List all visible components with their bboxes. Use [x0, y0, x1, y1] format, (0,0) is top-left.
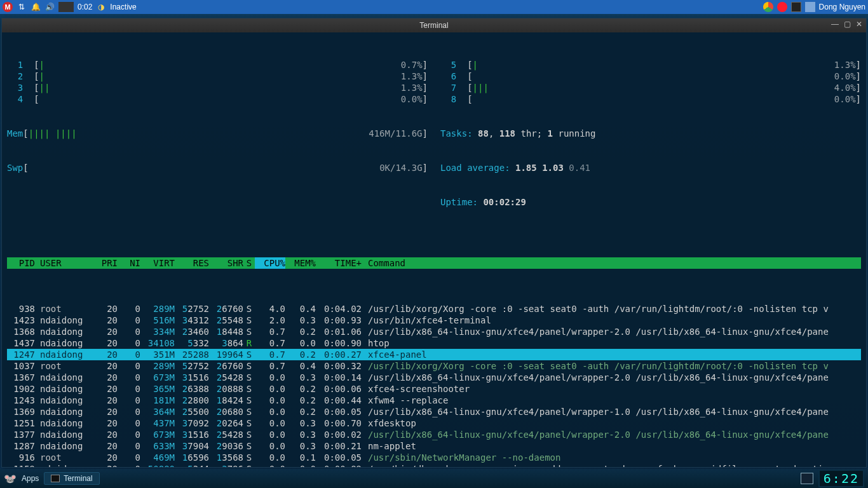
col-time[interactable]: TIME+ — [316, 257, 365, 269]
window-close-button[interactable]: ✕ — [856, 20, 862, 29]
load-label: Load average: — [440, 163, 515, 173]
activity-label: Inactive — [110, 3, 136, 11]
swp-value: 0K/14.3G — [379, 162, 422, 173]
terminal-window: Terminal — ▢ ✕ 1 [|]0.7% 2 [|]1.3% 3 [||… — [1, 18, 867, 468]
terminal-panel-icon[interactable] — [791, 2, 801, 12]
table-row[interactable]: 1287ndaidong200633M3790429036S0.00.30:00… — [7, 440, 861, 452]
terminal-task-icon — [51, 475, 60, 482]
bottom-panel: 🐭 Apps Terminal 6:22 — [0, 469, 868, 488]
table-row[interactable]: 1037root200289M5275226760S0.70.40:00.32/… — [7, 360, 861, 372]
chrome-icon[interactable] — [763, 2, 773, 12]
table-row[interactable]: 1247ndaidong200351M2528819964S0.70.20:00… — [7, 349, 861, 360]
table-row[interactable]: 938root200289M5275226760S4.00.40:04.02/u… — [7, 303, 861, 315]
mega-icon[interactable]: M — [3, 2, 13, 12]
col-res[interactable]: RES — [175, 257, 209, 269]
table-row[interactable]: 1251ndaidong200437M3709220264S0.00.30:00… — [7, 417, 861, 429]
col-user[interactable]: USER — [37, 257, 91, 269]
load-5: 1.03 — [542, 163, 564, 173]
process-list[interactable]: 938root200289M5275226760S4.00.40:04.02/u… — [7, 303, 861, 467]
col-cmd[interactable]: Command — [365, 257, 861, 269]
tasks-label: Tasks: — [440, 128, 478, 139]
systray-terminal-icon[interactable] — [801, 473, 813, 484]
mem-value: 416M/11.6G — [369, 128, 422, 139]
activity-icon[interactable]: ◑ — [96, 2, 106, 12]
tasks-count: 88 — [478, 128, 489, 139]
process-table-header[interactable]: PID USER PRI NI VIRT RES SHR S CPU% MEM%… — [7, 257, 861, 269]
col-mem[interactable]: MEM% — [285, 257, 316, 269]
window-minimize-button[interactable]: — — [831, 20, 839, 29]
mem-label: Mem — [7, 128, 23, 139]
table-row[interactable]: 1437ndaidong2003410853323864R0.70.00:00.… — [7, 337, 861, 349]
col-s[interactable]: S — [243, 257, 255, 269]
window-maximize-button[interactable]: ▢ — [844, 20, 851, 29]
uptime-value: 00:02:29 — [483, 197, 526, 207]
username-label[interactable]: Dong Nguyen — [819, 3, 865, 11]
apps-button[interactable]: Apps — [22, 474, 39, 483]
cpu-graph-icon[interactable] — [58, 2, 74, 12]
table-row[interactable]: 1367ndaidong200673M3151625428S0.00.30:00… — [7, 372, 861, 383]
notification-icon[interactable]: 🔔 — [31, 2, 41, 12]
terminal-body[interactable]: 1 [|]0.7% 2 [|]1.3% 3 [||]1.3% 4 []0.0% … — [2, 32, 866, 467]
taskbar-terminal-label: Terminal — [64, 474, 92, 483]
opera-icon[interactable] — [777, 2, 787, 12]
load-1: 1.85 — [515, 163, 537, 173]
col-pri[interactable]: PRI — [91, 257, 118, 269]
table-row[interactable]: 1159ndaidong2005088053443796S0.00.00:00.… — [7, 463, 861, 467]
table-row[interactable]: 1902ndaidong200365M2638820888S0.00.20:00… — [7, 383, 861, 395]
running-count: 1 — [548, 128, 553, 139]
load-15: 0.41 — [569, 163, 590, 173]
panel-clock[interactable]: 0:02 — [78, 3, 92, 11]
col-pid[interactable]: PID — [7, 257, 37, 269]
taskbar-terminal[interactable]: Terminal — [44, 472, 99, 485]
uptime-label: Uptime: — [440, 197, 483, 207]
panel-clock-led[interactable]: 6:22 — [818, 470, 864, 487]
col-ni[interactable]: NI — [118, 257, 140, 269]
table-row[interactable]: 916root200469M1659613568S0.00.10:00.05/u… — [7, 452, 861, 463]
window-title: Terminal — [419, 21, 448, 30]
mem-bar: |||| |||| — [29, 128, 77, 139]
col-virt[interactable]: VIRT — [140, 257, 175, 269]
table-row[interactable]: 1243ndaidong200181M2280018424S0.00.20:00… — [7, 395, 861, 406]
volume-icon[interactable]: 🔊 — [44, 2, 55, 12]
table-row[interactable]: 1377ndaidong200673M3151625428S0.00.30:00… — [7, 429, 861, 440]
col-cpu[interactable]: CPU% — [255, 257, 285, 269]
user-avatar-icon[interactable] — [805, 2, 815, 12]
window-titlebar[interactable]: Terminal — ▢ ✕ — [2, 18, 866, 32]
col-shr[interactable]: SHR — [209, 257, 243, 269]
swp-label: Swp — [7, 163, 23, 173]
table-row[interactable]: 1368ndaidong200334M2346018448S0.70.20:01… — [7, 326, 861, 337]
top-panel: M ⇅ 🔔 🔊 0:02 ◑ Inactive Dong Nguyen — [0, 0, 868, 14]
table-row[interactable]: 1423ndaidong200516M3431225548S2.00.30:00… — [7, 315, 861, 326]
threads-count: 118 — [499, 128, 515, 139]
network-icon[interactable]: ⇅ — [17, 2, 27, 12]
table-row[interactable]: 1369ndaidong200364M2550020680S0.00.20:00… — [7, 406, 861, 417]
xfce-menu-icon[interactable]: 🐭 — [4, 473, 17, 485]
